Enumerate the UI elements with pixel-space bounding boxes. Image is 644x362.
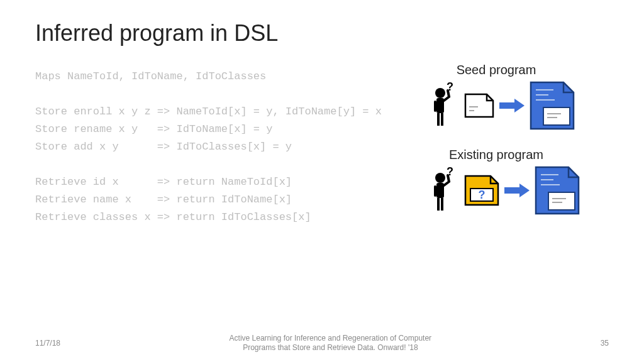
slide-footer: 11/7/18 Active Learning for Inference an…: [0, 334, 644, 353]
svg-rect-4: [434, 101, 436, 112]
diagram-column: Seed program ?: [430, 63, 631, 233]
question-mark-icon: ?: [479, 189, 486, 201]
program-file-icon: [530, 81, 575, 130]
svg-rect-16: [441, 198, 443, 211]
existing-program-label: Existing program: [430, 148, 562, 162]
footer-date: 11/7/18: [35, 339, 60, 348]
seed-diagram: ?: [430, 81, 631, 130]
svg-rect-3: [441, 113, 443, 126]
thinking-person-icon: ?: [430, 84, 459, 127]
footer-citation: Active Learning for Inference and Regene…: [60, 334, 601, 353]
svg-rect-17: [434, 185, 436, 197]
arrow-icon: [499, 99, 525, 112]
svg-rect-10: [543, 107, 570, 125]
empty-file-icon: [464, 93, 494, 118]
svg-point-0: [435, 88, 445, 98]
thinking-person-icon: ?: [430, 169, 459, 212]
svg-rect-2: [437, 113, 440, 126]
footer-page-number: 35: [601, 339, 609, 348]
arrow-icon: [504, 184, 530, 197]
svg-rect-15: [437, 198, 440, 211]
slide-title: Inferred program in DSL: [35, 20, 278, 47]
seed-program-label: Seed program: [430, 63, 562, 77]
svg-point-13: [435, 173, 445, 183]
dsl-code-block: Maps NameToId, IdToName, IdToClasses Sto…: [35, 68, 382, 226]
existing-diagram: ? ?: [430, 166, 631, 215]
existing-file-icon: ?: [464, 175, 499, 206]
program-file-icon: [535, 166, 580, 215]
svg-rect-22: [548, 192, 575, 210]
